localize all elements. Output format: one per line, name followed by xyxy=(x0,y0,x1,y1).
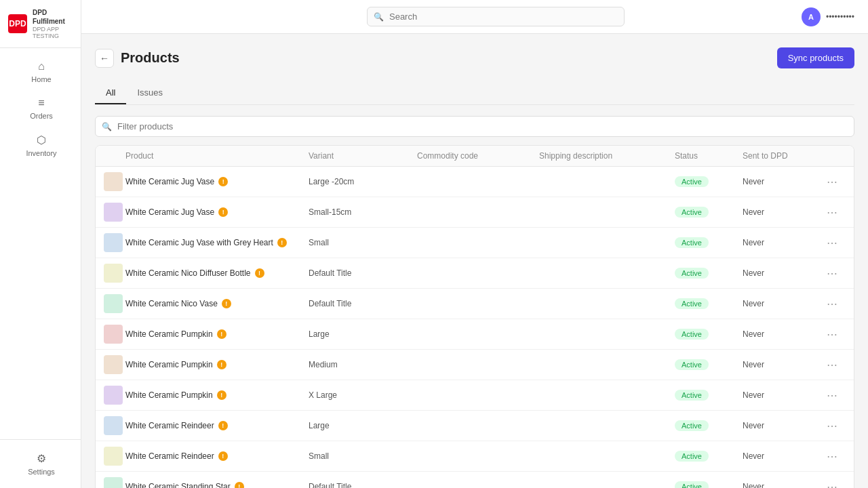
status-badge: Active xyxy=(675,359,709,370)
variant-cell: Medium xyxy=(309,360,417,369)
status-badge: Active xyxy=(675,420,709,431)
variant-cell: Small-15cm xyxy=(309,207,417,217)
sidebar-item-settings[interactable]: ⚙ Settings xyxy=(0,445,81,483)
table-row: White Ceramic Jug Vase ! Large -20cm Act… xyxy=(96,167,854,197)
sidebar-nav: ⌂ Home ≡ Orders ⬡ Inventory xyxy=(0,48,81,439)
row-more-button[interactable]: ⋯ xyxy=(824,174,840,190)
product-name-text: White Ceramic Pumpkin xyxy=(125,329,213,339)
row-more-button[interactable]: ⋯ xyxy=(824,235,840,251)
sync-products-button[interactable]: Sync products xyxy=(777,47,854,68)
col-actions xyxy=(824,151,846,161)
products-table: Product Variant Commodity code Shipping … xyxy=(95,145,854,488)
row-more-button[interactable]: ⋯ xyxy=(824,357,840,373)
logo-icon: DPD xyxy=(8,14,27,33)
inventory-icon: ⬡ xyxy=(37,134,46,146)
status-cell: Active xyxy=(675,207,743,218)
page-header: ← Products Sync products xyxy=(95,47,854,68)
status-badge: Active xyxy=(675,390,709,401)
sidebar-item-inventory[interactable]: ⬡ Inventory xyxy=(0,127,81,164)
product-name-text: White Ceramic Reindeer xyxy=(125,421,214,430)
filter-row: 🔍 xyxy=(95,116,854,137)
sidebar-item-label: Inventory xyxy=(26,149,56,157)
filter-input[interactable] xyxy=(95,116,854,137)
warning-icon: ! xyxy=(235,482,244,488)
warning-icon: ! xyxy=(217,329,226,339)
variant-cell: Default Title xyxy=(309,299,417,308)
row-more-button[interactable]: ⋯ xyxy=(824,266,840,281)
back-button[interactable]: ← xyxy=(95,49,114,68)
product-thumbnail xyxy=(104,172,123,191)
header-right: A •••••••••• xyxy=(802,7,854,26)
logo: DPD DPD Fulfilment DPD APP TESTING xyxy=(0,0,81,48)
row-more-button[interactable]: ⋯ xyxy=(824,479,840,489)
col-sent: Sent to DPD xyxy=(743,151,824,161)
product-name-cell: White Ceramic Pumpkin ! xyxy=(125,329,309,339)
table-row: White Ceramic Reindeer ! Small Active Ne… xyxy=(96,441,854,472)
filter-search-icon: 🔍 xyxy=(102,122,112,131)
row-more-button[interactable]: ⋯ xyxy=(824,418,840,434)
product-name-text: White Ceramic Jug Vase with Grey Heart xyxy=(125,238,273,247)
product-name-cell: White Ceramic Nico Vase ! xyxy=(125,299,309,308)
table-row: White Ceramic Jug Vase with Grey Heart !… xyxy=(96,228,854,258)
row-more-button[interactable]: ⋯ xyxy=(824,296,840,312)
product-name-text: White Ceramic Nico Diffuser Bottle xyxy=(125,268,251,278)
warning-icon: ! xyxy=(217,360,226,369)
variant-cell: Small xyxy=(309,238,417,247)
tab-all[interactable]: All xyxy=(95,82,126,104)
warning-icon: ! xyxy=(255,268,264,278)
product-thumbnail xyxy=(104,355,123,374)
row-more-button[interactable]: ⋯ xyxy=(824,327,840,342)
page-content: ← Products Sync products All Issues 🔍 Pr… xyxy=(81,34,868,488)
tab-issues[interactable]: Issues xyxy=(126,82,174,104)
warning-icon: ! xyxy=(218,207,228,217)
header-search: 🔍 xyxy=(367,7,625,26)
table-row: White Ceramic Nico Diffuser Bottle ! Def… xyxy=(96,258,854,289)
variant-cell: Large -20cm xyxy=(309,177,417,186)
row-more-button[interactable]: ⋯ xyxy=(824,388,840,403)
product-name-text: White Ceramic Nico Vase xyxy=(125,299,218,308)
product-name-cell: White Ceramic Jug Vase ! xyxy=(125,177,309,186)
product-thumbnail xyxy=(104,233,123,252)
status-cell: Active xyxy=(675,329,743,340)
col-thumb xyxy=(104,151,125,161)
row-more-button[interactable]: ⋯ xyxy=(824,449,840,464)
variant-cell: Default Title xyxy=(309,482,417,488)
row-more-button[interactable]: ⋯ xyxy=(824,205,840,220)
app-sub: DPD APP TESTING xyxy=(33,26,73,39)
sidebar-footer: ⚙ Settings xyxy=(0,439,81,488)
product-name-text: White Ceramic Jug Vase xyxy=(125,177,214,186)
warning-icon: ! xyxy=(218,177,228,186)
variant-cell: X Large xyxy=(309,390,417,400)
product-thumbnail xyxy=(104,477,123,488)
sent-cell: Never xyxy=(743,421,824,430)
product-name-text: White Ceramic Pumpkin xyxy=(125,390,213,400)
product-thumbnail xyxy=(104,203,123,222)
table-row: White Ceramic Jug Vase ! Small-15cm Acti… xyxy=(96,197,854,228)
warning-icon: ! xyxy=(217,390,226,400)
product-name-text: White Ceramic Jug Vase xyxy=(125,207,214,217)
warning-icon: ! xyxy=(222,299,231,308)
product-name-cell: White Ceramic Pumpkin ! xyxy=(125,390,309,400)
variant-cell: Default Title xyxy=(309,268,417,278)
sidebar-item-label: Home xyxy=(31,75,51,83)
status-cell: Active xyxy=(675,176,743,187)
search-input[interactable] xyxy=(367,7,625,26)
sidebar-item-home[interactable]: ⌂ Home xyxy=(0,54,81,90)
sidebar: DPD DPD Fulfilment DPD APP TESTING ⌂ Hom… xyxy=(0,0,81,488)
col-product: Product xyxy=(125,151,309,161)
status-cell: Active xyxy=(675,298,743,309)
sent-cell: Never xyxy=(743,360,824,369)
status-cell: Active xyxy=(675,268,743,279)
search-icon: 🔍 xyxy=(374,12,384,22)
product-thumbnail xyxy=(104,447,123,466)
sidebar-item-orders[interactable]: ≡ Orders xyxy=(0,90,81,127)
table-row: White Ceramic Pumpkin ! Large Active Nev… xyxy=(96,319,854,350)
tabs: All Issues xyxy=(95,82,854,105)
status-cell: Active xyxy=(675,420,743,431)
product-name-cell: White Ceramic Jug Vase ! xyxy=(125,207,309,217)
status-badge: Active xyxy=(675,237,709,248)
product-name-text: White Ceramic Pumpkin xyxy=(125,360,213,369)
sent-cell: Never xyxy=(743,390,824,400)
table-row: White Ceramic Nico Vase ! Default Title … xyxy=(96,289,854,319)
col-commodity: Commodity code xyxy=(417,151,539,161)
